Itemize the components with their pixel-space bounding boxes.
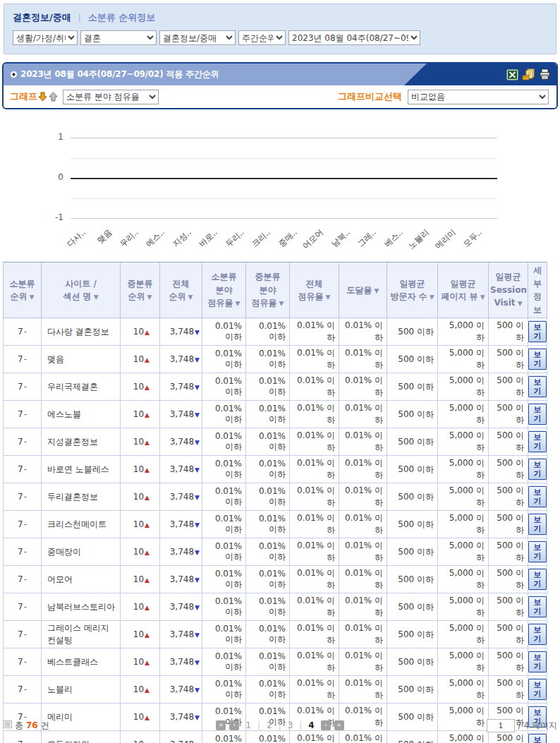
cell-reach: 0.01% 이하: [339, 511, 387, 538]
cell-site-name[interactable]: 그레이스 메리지컨설팅: [42, 621, 121, 648]
sort-icon[interactable]: ▼: [145, 294, 152, 301]
cell-total-rank: 3,748▼: [160, 511, 202, 538]
period-select[interactable]: 2023년 08월 04주(08/27~09/02): [288, 30, 420, 45]
cell-sub-share: 0.01% 이하: [202, 538, 246, 566]
cell-reach: 0.01% 이하: [339, 593, 387, 621]
sort-icon[interactable]: ▼: [92, 294, 99, 301]
period-type-select[interactable]: 주간순위: [238, 30, 286, 45]
category-group-select[interactable]: 생활/가정/취미: [13, 30, 78, 45]
cell-site-name[interactable]: 다사랑 결혼정보: [42, 318, 121, 346]
view-detail-button[interactable]: 보기: [528, 679, 547, 700]
sort-icon[interactable]: ▼: [427, 294, 434, 301]
cell-total-rank: 3,748▼: [160, 593, 202, 621]
column-header-10[interactable]: 일평균SessionVisit ▼: [489, 262, 528, 318]
view-detail-button[interactable]: 보기: [528, 459, 547, 480]
cell-mid-rank: 10▲: [121, 483, 160, 511]
view-detail-button[interactable]: 보기: [528, 321, 547, 342]
email-export-icon[interactable]: [522, 68, 535, 80]
sort-asc-arrow-icon[interactable]: [49, 92, 58, 102]
column-header-11: 세부정보: [528, 262, 547, 318]
view-detail-button[interactable]: 보기: [528, 376, 547, 397]
column-header-3[interactable]: 전체순위 ▼: [160, 262, 202, 318]
view-detail-button[interactable]: 보기: [528, 651, 547, 672]
x-axis-label: 다사..: [64, 227, 87, 249]
sort-icon[interactable]: ▼: [27, 294, 34, 301]
sort-desc-arrow-icon[interactable]: [38, 92, 47, 102]
cell-site-name[interactable]: 에스노블: [42, 401, 121, 428]
mid-category-select[interactable]: 결혼: [80, 30, 157, 45]
sort-icon[interactable]: ▼: [276, 300, 284, 307]
cell-mid-share: 0.01% 이하: [246, 428, 290, 456]
subcategory-rank-link[interactable]: 소분류 순위정보: [88, 11, 156, 24]
view-detail-button[interactable]: 보기: [528, 596, 547, 617]
total-unit: 건: [41, 720, 49, 732]
sort-icon[interactable]: ▼: [372, 287, 379, 294]
cell-total-share: 0.01% 이하: [290, 538, 339, 566]
cell-sub-rank: 7-: [4, 483, 42, 511]
sort-icon[interactable]: ▼: [323, 294, 330, 301]
column-header-0[interactable]: 소분류순위 ▼: [4, 262, 42, 318]
cell-sub-share: 0.01% 이하: [202, 566, 246, 593]
column-header-6[interactable]: 전체점유율 ▼: [290, 262, 339, 318]
graph-metric-select[interactable]: 소분류 분야 점유율: [63, 90, 159, 104]
sub-category-select[interactable]: 결혼정보/중매: [159, 30, 236, 45]
view-detail-button[interactable]: 보기: [528, 431, 547, 452]
prev-page-button[interactable]: ‹: [229, 720, 239, 730]
cell-detail: 보기: [528, 511, 547, 538]
view-detail-button[interactable]: 보기: [528, 734, 547, 743]
view-detail-button[interactable]: 보기: [528, 569, 547, 590]
print-icon[interactable]: [539, 68, 551, 80]
view-detail-button[interactable]: 보기: [528, 404, 547, 425]
cell-site-name[interactable]: 두리결혼정보: [42, 483, 121, 511]
column-header-4[interactable]: 소분류분야점유율 ▼: [202, 262, 246, 318]
filter-selects: 생활/가정/취미 결혼 결혼정보/중매 주간순위 2023년 08월 04주(0…: [13, 30, 547, 45]
column-header-9[interactable]: 일평균페이지 뷰 ▼: [438, 262, 489, 318]
table-row: 7-베스트클래스10▲3,748▼0.01% 이하0.01% 이하0.01% 이…: [4, 648, 547, 676]
page-info: / 4 페이지: [487, 719, 557, 732]
cell-site-name[interactable]: 중매장이: [42, 538, 121, 566]
excel-download-icon[interactable]: [506, 69, 518, 80]
sort-icon[interactable]: ▼: [516, 300, 523, 307]
next-page-button[interactable]: ›: [321, 720, 331, 730]
cell-site-name[interactable]: 어모어: [42, 566, 121, 593]
cell-site-name[interactable]: 지성결혼정보: [42, 428, 121, 456]
last-page-button[interactable]: »: [334, 720, 344, 730]
view-detail-button[interactable]: 보기: [528, 624, 547, 645]
page-input[interactable]: [487, 719, 515, 732]
cell-site-name[interactable]: 크리스천메이트: [42, 511, 121, 538]
cell-site-name[interactable]: 베스트클래스: [42, 648, 121, 676]
cell-site-name[interactable]: 맺음: [42, 346, 121, 373]
view-detail-button[interactable]: 보기: [528, 514, 547, 535]
cell-reach: 0.01% 이하: [339, 456, 387, 483]
cell-total-share: 0.01% 이하: [290, 648, 339, 676]
graph-compare-select[interactable]: 비교없음: [408, 90, 549, 104]
view-detail-button[interactable]: 보기: [528, 349, 547, 370]
cell-sub-share: 0.01% 이하: [202, 621, 246, 648]
cell-site-name[interactable]: 남북러브스토리아: [42, 593, 121, 621]
column-header-5[interactable]: 중분류분야점유율 ▼: [246, 262, 290, 318]
cell-pageviews: 5,000 이하: [438, 483, 489, 511]
view-detail-button[interactable]: 보기: [528, 541, 547, 562]
page-number-1[interactable]: 1: [243, 720, 254, 730]
cell-site-name[interactable]: 노블리: [42, 676, 121, 703]
column-header-8[interactable]: 일평균방문자 수 ▼: [387, 262, 438, 318]
rank-table: 소분류순위 ▼사이트 /섹션 명 ▼중분류순위 ▼전체순위 ▼소분류분야점유율 …: [3, 262, 547, 743]
first-page-button[interactable]: «: [216, 720, 226, 730]
column-header-2[interactable]: 중분류순위 ▼: [121, 262, 160, 318]
view-detail-button[interactable]: 보기: [528, 486, 547, 507]
sort-icon[interactable]: ▼: [478, 294, 485, 301]
cell-reach: 0.01% 이하: [339, 621, 387, 648]
page-number-2[interactable]: 2: [264, 720, 275, 730]
cell-site-name[interactable]: 우리국제결혼: [42, 373, 121, 401]
column-header-7[interactable]: 도달율 ▼: [339, 262, 387, 318]
x-axis-label: 모두..: [461, 227, 485, 249]
column-header-1[interactable]: 사이트 /섹션 명 ▼: [42, 262, 121, 318]
sort-icon[interactable]: ▼: [185, 294, 193, 301]
cell-site-name[interactable]: 바로연 노블레스: [42, 456, 121, 483]
cell-detail: 보기: [528, 483, 547, 511]
page-number-3[interactable]: 3: [285, 720, 296, 730]
cell-mid-rank: 10▲: [121, 318, 160, 346]
sort-icon[interactable]: ▼: [233, 300, 240, 307]
cell-sessions: 500 이하: [489, 346, 528, 373]
page-number-4[interactable]: 4: [305, 720, 317, 730]
